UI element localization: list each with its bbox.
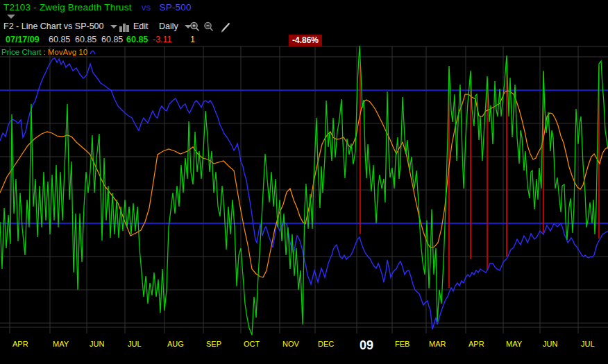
- quote-close: 60.85: [126, 35, 148, 44]
- compare-symbol: SP-500: [160, 2, 192, 12]
- series-sp-500: [0, 58, 608, 329]
- symbol-dropdown-caret-icon[interactable]: [7, 15, 15, 19]
- quote-date: 07/17/09: [6, 35, 40, 44]
- month-axis-label: APR: [12, 340, 28, 348]
- period-dropdown[interactable]: Daily: [159, 21, 192, 31]
- year-axis-label: 09: [360, 338, 373, 352]
- quote-open: 60.85: [49, 35, 70, 44]
- vs-label: vs: [142, 2, 151, 12]
- window-title: T2103 - Zweig Breadth Thrust vs SP-500: [3, 2, 192, 12]
- chart-toolbar: F2 - Line Chart vs SP-500 Edit Daily: [0, 21, 608, 34]
- month-axis-label: FEB: [395, 340, 409, 348]
- chart-window: APRMAYJUNJULAUGSEPOCTNOVDEC09FEBMARAPRMA…: [0, 0, 608, 364]
- quote-high: 60.85: [75, 35, 96, 44]
- quote-low: 60.85: [101, 35, 123, 44]
- month-axis-label: JUN: [543, 340, 557, 348]
- mini-sparkline-icon: [90, 48, 96, 56]
- quote-flag: 1: [190, 35, 195, 44]
- month-axis-label: MAY: [53, 340, 69, 348]
- month-axis-label: AUG: [167, 340, 184, 348]
- month-axis-label: APR: [468, 340, 484, 348]
- month-axis-label: SEP: [206, 340, 221, 348]
- month-axis-label: JUL: [128, 340, 142, 348]
- month-axis-label: NOV: [282, 340, 300, 348]
- zoom-in-icon[interactable]: [189, 21, 201, 35]
- indicator-title: T2103 - Zweig Breadth Thrust: [3, 2, 132, 12]
- month-axis-label: JUN: [90, 340, 104, 348]
- month-axis-label: DEC: [318, 340, 334, 348]
- pencil-draw-icon[interactable]: [220, 21, 232, 35]
- movavg-indicator-label[interactable]: MovAvg 10: [48, 48, 87, 56]
- month-axis-label: JUL: [581, 340, 595, 348]
- chevron-down-icon: [110, 25, 117, 28]
- quote-change: -3.11: [153, 35, 172, 44]
- month-axis-label: MAY: [506, 340, 523, 348]
- percent-change-badge: -4.86%: [289, 35, 322, 46]
- pane-name: Price Chart: [1, 48, 42, 56]
- edit-button[interactable]: Edit: [133, 21, 149, 31]
- month-axis-label: OCT: [244, 340, 260, 348]
- period-label: Daily: [159, 21, 178, 31]
- chart-template-dropdown[interactable]: F2 - Line Chart vs SP-500: [3, 21, 117, 31]
- pane-separator: :: [44, 48, 46, 56]
- month-axis-label: MAR: [429, 340, 446, 348]
- bar-chart-icon[interactable]: [119, 23, 130, 34]
- pane-label: Price Chart:MovAvg 10: [1, 48, 96, 56]
- chart-template-label: F2 - Line Chart vs SP-500: [3, 21, 104, 31]
- zoom-out-icon[interactable]: [203, 21, 214, 35]
